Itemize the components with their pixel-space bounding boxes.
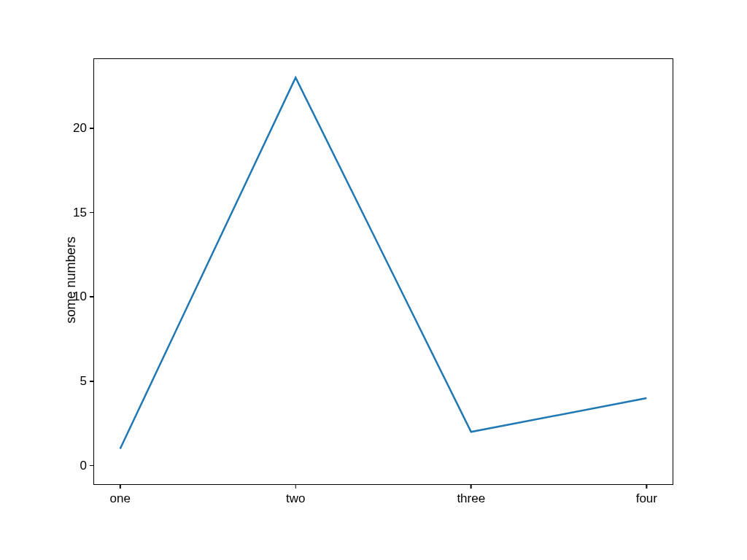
x-tick-label: two [286, 491, 305, 506]
y-tick-mark [90, 465, 94, 467]
y-tick-label: 20 [69, 121, 87, 136]
y-tick: 20 [69, 121, 94, 136]
x-tick-label: three [457, 491, 485, 506]
x-tick-mark [120, 484, 121, 489]
x-tick-mark [646, 484, 648, 489]
y-tick-label: 5 [69, 374, 87, 389]
y-tick-mark [90, 296, 94, 298]
x-tick-mark [471, 484, 472, 489]
y-tick-mark [90, 381, 94, 382]
y-tick: 0 [69, 459, 94, 473]
x-tick: one [109, 484, 130, 506]
y-tick-mark [90, 128, 94, 129]
y-tick-mark [90, 212, 94, 214]
y-axis-label: some numbers [63, 236, 79, 323]
line-series [120, 77, 647, 448]
chart-plot-area: 05101520 onetwothreefour [93, 58, 673, 485]
y-tick-label: 10 [69, 289, 87, 304]
y-tick-label: 0 [69, 459, 87, 473]
y-tick: 10 [69, 289, 94, 304]
x-tick: four [636, 484, 657, 506]
y-tick: 5 [69, 374, 94, 389]
line-chart-svg [94, 59, 673, 484]
x-tick-mark [295, 484, 296, 489]
x-tick: two [286, 484, 305, 506]
x-tick-label: one [109, 491, 130, 506]
y-tick-label: 15 [69, 206, 87, 220]
x-tick: three [457, 484, 485, 506]
y-tick: 15 [69, 206, 94, 220]
x-tick-label: four [636, 491, 657, 506]
